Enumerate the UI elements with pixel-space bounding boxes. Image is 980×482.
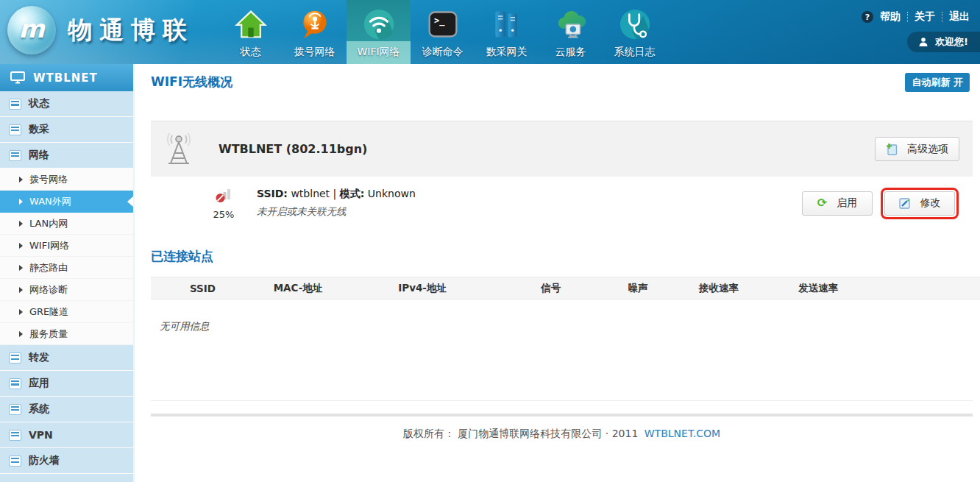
- sidebar-item-label: LAN内网: [29, 217, 68, 230]
- brand-monogram: m: [18, 14, 44, 43]
- top-links: ? 帮助 关于 退出: [862, 10, 970, 24]
- nav-tab-cloud[interactable]: 云服务: [539, 0, 603, 64]
- column-header-ipv4: IPv4-地址: [341, 282, 503, 295]
- sidebar-item-status[interactable]: 状态: [0, 91, 133, 116]
- caret-right-icon: [19, 199, 23, 205]
- signal-percent: 25%: [207, 209, 241, 220]
- monitor-icon: [10, 71, 25, 84]
- wifi-panel-body: 25% SSID: wtblnet | 模式: Unknown 未开启或未关联无…: [151, 177, 973, 230]
- auto-refresh-toggle[interactable]: 自动刷新 开: [905, 73, 970, 92]
- list-icon: [9, 378, 21, 389]
- caret-right-icon: [19, 331, 23, 337]
- list-icon: [9, 99, 21, 110]
- sidebar-item-vpn[interactable]: VPN: [0, 422, 133, 447]
- list-icon: [9, 430, 21, 441]
- sidebar-item-system[interactable]: 系统: [0, 397, 133, 422]
- about-link[interactable]: 关于: [915, 10, 935, 24]
- sidebar-item-net-diagnosis[interactable]: 网络诊断: [0, 279, 133, 301]
- sidebar-item-static-route[interactable]: 静态路由: [0, 257, 133, 279]
- edit-icon: [899, 197, 911, 209]
- terminal-icon: >_: [425, 7, 461, 42]
- column-header-tx-rate: 发送速率: [760, 282, 876, 295]
- button-label: 启用: [837, 196, 857, 210]
- sidebar-item-wifi[interactable]: WIFI网络: [0, 235, 133, 257]
- wifi-status-text: 未开启或未关联无线: [257, 205, 416, 219]
- caret-right-icon: [19, 221, 23, 227]
- wifi-panel-header: WTBLNET (802.11bgn) 高级选项: [151, 121, 973, 177]
- nav-tab-dialup[interactable]: 拨号网络: [283, 0, 347, 64]
- sidebar-item-label: 转发: [29, 351, 49, 364]
- nav-tab-label: 状态: [241, 46, 261, 59]
- nav-tab-label: 云服务: [555, 46, 586, 59]
- stethoscope-icon: [617, 7, 653, 42]
- nav-tab-syslog[interactable]: 系统日志: [603, 0, 667, 64]
- sidebar-item-label: 系统: [29, 403, 49, 416]
- wifi-network-title: WTBLNET (802.11bgn): [219, 142, 367, 156]
- sidebar-item-label: 静态路由: [29, 261, 68, 274]
- sidebar-item-firewall[interactable]: 防火墙: [0, 448, 133, 473]
- sidebar-item-qos[interactable]: 服务质量: [0, 323, 133, 345]
- nav-tab-status[interactable]: 状态: [219, 0, 283, 64]
- list-icon: [9, 150, 21, 161]
- column-header-rx-rate: 接收速率: [678, 282, 761, 295]
- caret-right-icon: [19, 265, 23, 271]
- wifi-ssid-line: SSID: wtblnet | 模式: Unknown: [257, 188, 416, 201]
- enable-button[interactable]: ⟳ 启用: [802, 191, 873, 216]
- pipe-separator: |: [333, 188, 337, 199]
- copyright-text: 版权所有： 厦门物通博联网络科技有限公司 · 2011: [403, 428, 638, 439]
- sidebar-device-name: WTBLNET: [33, 71, 98, 85]
- antenna-icon: [164, 132, 193, 166]
- column-header-ssid: SSID: [151, 283, 255, 294]
- nav-tab-gateway[interactable]: 数采网关: [475, 0, 539, 64]
- sidebar-item-dialup[interactable]: 拨号网络: [0, 169, 133, 191]
- logout-link[interactable]: 退出: [949, 10, 970, 24]
- sidebar-item-data-collect[interactable]: 数采: [0, 117, 133, 142]
- sidebar-item-apps[interactable]: 应用: [0, 371, 133, 396]
- nav-tab-label: 拨号网络: [294, 46, 335, 59]
- sidebar-item-label: 状态: [29, 97, 49, 110]
- active-notch: [127, 196, 134, 208]
- wifi-icon: [361, 7, 397, 42]
- wifi-actions: ⟳ 启用 修改: [802, 191, 955, 216]
- nav-tab-diagnostics[interactable]: >_ 诊断命令: [411, 0, 475, 64]
- refresh-icon: ⟳: [817, 197, 827, 209]
- help-icon[interactable]: ?: [862, 11, 873, 23]
- wifi-overview-panel: WTBLNET (802.11bgn) 高级选项 25%: [151, 121, 973, 230]
- cloud-icon: [553, 7, 589, 42]
- caret-right-icon: [19, 177, 23, 182]
- connected-stations-section: 已连接站点 SSID MAC-地址 IPv4-地址 信号 噪声 接收速率 发送速…: [151, 248, 980, 333]
- wifi-signal-indicator: 25%: [207, 186, 241, 220]
- column-header-noise: 噪声: [599, 282, 678, 295]
- sidebar-item-label: VPN: [29, 429, 53, 441]
- sidebar-item-label: 拨号网络: [29, 173, 68, 186]
- list-icon: [9, 404, 21, 415]
- sidebar-item-gre-tunnel[interactable]: GRE隧道: [0, 301, 133, 323]
- footer-link[interactable]: WTBLNET.COM: [645, 428, 720, 439]
- help-link[interactable]: 帮助: [880, 10, 901, 24]
- wifi-info: SSID: wtblnet | 模式: Unknown 未开启或未关联无线: [257, 188, 416, 219]
- divider: [151, 414, 973, 417]
- sidebar-item-wan[interactable]: WAN外网: [0, 191, 133, 213]
- sidebar-item-network[interactable]: 网络: [0, 143, 133, 168]
- gateway-icon: [489, 7, 525, 42]
- nav-tab-label: 数采网关: [486, 46, 528, 59]
- nav-tab-label: WIFI网络: [357, 46, 400, 59]
- sidebar-item-forward[interactable]: 转发: [0, 345, 133, 370]
- welcome-text: 欢迎您!: [935, 35, 968, 49]
- sidebar-item-label: 防火墙: [29, 454, 60, 467]
- modify-button[interactable]: 修改: [884, 191, 955, 216]
- nav-tab-wifi[interactable]: WIFI网络: [347, 0, 411, 64]
- sidebar-item-label: 应用: [29, 377, 49, 390]
- button-label: 高级选项: [907, 143, 948, 156]
- mode-value: Unknown: [368, 188, 416, 199]
- ssid-value: wtblnet: [291, 188, 330, 199]
- divider: [151, 400, 973, 401]
- main-nav: 状态 拨号网络 WIFI网络 >_ 诊断命令: [219, 0, 667, 64]
- button-label: 修改: [920, 196, 941, 210]
- list-icon: [9, 124, 21, 135]
- ssid-label: SSID:: [257, 188, 288, 199]
- advanced-options-button[interactable]: 高级选项: [875, 137, 959, 161]
- stations-empty-text: 无可用信息: [160, 320, 980, 333]
- copyright-line: 版权所有： 厦门物通博联网络科技有限公司 · 2011 WTBLNET.COM: [151, 428, 973, 441]
- sidebar-item-lan[interactable]: LAN内网: [0, 213, 133, 235]
